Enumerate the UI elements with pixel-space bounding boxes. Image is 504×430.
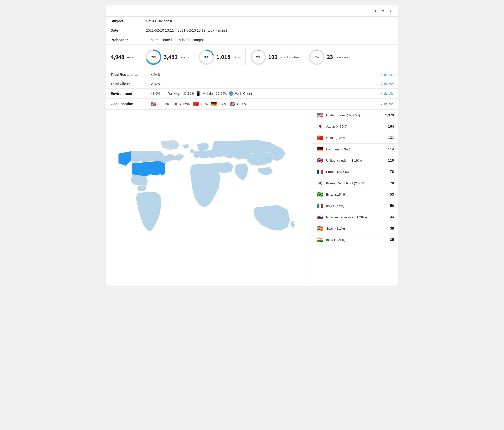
env-item: 43.6%🖥Desktop — [151, 91, 180, 96]
env-pct: 33.86% — [183, 92, 194, 95]
data-row-label: Total Clicks — [111, 82, 151, 86]
geo-flag: 🇮🇹 — [317, 203, 324, 209]
stat-recipients: 4,948rece... — [111, 54, 141, 60]
flag-item: 🇯🇵4.75% — [173, 101, 190, 107]
geo-flag: 🇺🇸 — [317, 112, 324, 118]
data-row-1: Total Clicks2,825∨ details — [106, 79, 398, 89]
details-table: Subject Hot Air Balloons! Date 2021-02-1… — [106, 17, 398, 45]
geo-country: Korea, Republic of (2.03%) — [326, 181, 390, 185]
stat-opens: 69% 3,450opens — [141, 49, 194, 65]
geo-count: 70 — [390, 181, 394, 185]
geo-country: Brazil (1.54%) — [326, 193, 390, 196]
geo-flags: 🇺🇸39.97%🇯🇵4.75%🇨🇳3.8%🇩🇪3.3%🇬🇧3.19% — [151, 101, 246, 107]
chevron-icon: ∨ — [381, 74, 383, 76]
geo-table: 🇺🇸 United States (39.97%) 1,379 🇯🇵 Japan… — [312, 110, 398, 286]
data-row-2: Environment43.6%🖥Desktop33.86%📱Mobile22.… — [106, 89, 398, 99]
stat-bounces: 0% 23bounces — [304, 49, 353, 65]
geo-flag: 🇪🇸 — [317, 225, 324, 231]
env-device-icon: 📱 — [196, 91, 201, 96]
stat-label-recipients: rece... — [127, 55, 136, 59]
donut-unsubscribes: 2% — [250, 49, 266, 65]
geo-table-row: 🇨🇳 China (3.8%) 131 — [312, 132, 398, 144]
geo-country: Spain (1.1%) — [326, 227, 390, 230]
geo-table-row: 🇰🇷 Korea, Republic of (2.03%) 70 — [312, 177, 398, 189]
geo-count: 50 — [390, 204, 394, 208]
detail-label: Subject — [106, 17, 141, 26]
flag-item: 🇬🇧3.19% — [229, 101, 246, 107]
geo-count: 131 — [388, 136, 394, 140]
donut-bounces: 0% — [309, 49, 325, 65]
geo-country: Italy (1.45%) — [326, 204, 390, 208]
flag-item: 🇩🇪3.3% — [211, 101, 226, 107]
geo-country: Japan (4.75%) — [326, 125, 388, 128]
detail-value: Hot Air Balloons! — [141, 17, 398, 26]
geo-flag: 🇬🇧 — [317, 157, 324, 163]
geo-count: 38 — [390, 226, 394, 230]
data-row-3: Geo Location🇺🇸39.97%🇯🇵4.75%🇨🇳3.8%🇩🇪3.3%🇬… — [106, 99, 398, 109]
env-name: Mobile — [202, 92, 213, 96]
geo-count: 164 — [388, 124, 394, 128]
card-header: ▲ ▼ ▲ — [106, 5, 398, 17]
donut-label-opens: 69% — [151, 56, 156, 59]
collapse-up-icon[interactable]: ▲ — [373, 8, 378, 13]
expand-icon[interactable]: ▲ — [388, 8, 393, 13]
stat-number-unsubscribes: 100 — [268, 54, 278, 60]
flag-emoji: 🇬🇧 — [229, 101, 235, 107]
stat-number-recipients: 4,948 — [111, 54, 124, 60]
flag-item: 🇺🇸39.97% — [151, 101, 169, 107]
data-row-value: 43.6%🖥Desktop33.86%📱Mobile22.54%🌐Web Cli… — [151, 91, 381, 96]
geo-count: 35 — [390, 238, 394, 242]
env-pct: 43.6% — [151, 92, 160, 95]
env-item: 33.86%📱Mobile — [183, 91, 213, 96]
details-link[interactable]: ∨ details — [381, 73, 393, 77]
geo-count: 53 — [390, 192, 394, 196]
flag-emoji: 🇯🇵 — [173, 101, 178, 107]
geo-table-row: 🇺🇸 United States (39.97%) 1,379 — [312, 110, 398, 121]
detail-row: Subject Hot Air Balloons! — [106, 17, 398, 26]
geo-flag: 🇯🇵 — [317, 123, 324, 129]
geo-table-row: 🇷🇺 Russian Federation (1.28%) 44 — [312, 211, 398, 223]
stats-row: 4,948rece... 69% 3,450opens 20% 1,01 — [106, 45, 398, 70]
geo-count: 78 — [390, 170, 394, 174]
detail-row: Date 2021-02-10 13:11 – 2021-02-10 13:19… — [106, 26, 398, 35]
geo-flag: 🇫🇷 — [317, 169, 324, 175]
geo-table-row: 🇪🇸 Spain (1.1%) 38 — [312, 223, 398, 234]
data-row-value: 🇺🇸39.97%🇯🇵4.75%🇨🇳3.8%🇩🇪3.3%🇬🇧3.19% — [151, 101, 381, 107]
map-section: 🇺🇸 United States (39.97%) 1,379 🇯🇵 Japan… — [106, 110, 398, 286]
collapse-down-icon[interactable]: ▼ — [380, 8, 386, 13]
details-link[interactable]: ∧ details — [381, 102, 393, 106]
flag-pct: 3.8% — [200, 102, 208, 106]
detail-label: Date — [106, 26, 141, 35]
details-link[interactable]: ∨ details — [381, 92, 393, 95]
data-row-value: 4,948 — [151, 73, 381, 77]
donut-label-unsubscribes: 2% — [256, 56, 260, 59]
donut-opens: 69% — [145, 49, 162, 65]
data-row-value: 2,825 — [151, 82, 381, 86]
header-controls: ▲ ▼ ▲ — [373, 8, 393, 13]
stat-number-clicks: 1,015 — [216, 54, 230, 60]
stat-label-unsubscribes: unsubscribes — [280, 55, 299, 59]
geo-table-row: 🇮🇹 Italy (1.45%) 50 — [312, 200, 398, 211]
flag-emoji: 🇩🇪 — [211, 101, 217, 107]
donut-clicks: 20% — [198, 49, 214, 65]
detail-row: Preheader ... there's some legacy in thi… — [106, 35, 398, 45]
stat-unsubscribes: 2% 100unsubscribes — [246, 49, 304, 65]
donut-label-bounces: 0% — [315, 56, 319, 59]
geo-table-row: 🇩🇪 Germany (3.3%) 114 — [312, 144, 398, 155]
geo-country: France (2.26%) — [326, 170, 390, 174]
data-row-0: Total Recipients4,948∨ details — [106, 70, 398, 79]
flag-pct: 39.97% — [158, 102, 169, 106]
geo-table-row: 🇬🇧 United Kingdom (3.19%) 110 — [312, 155, 398, 166]
geo-table-row: 🇫🇷 France (2.26%) 78 — [312, 166, 398, 177]
stat-number-bounces: 23 — [327, 54, 333, 60]
flag-pct: 3.3% — [218, 102, 226, 106]
detail-value: ... there's some legacy in this campaign… — [141, 35, 398, 45]
geo-flag: 🇮🇳 — [317, 237, 324, 243]
details-card: ▲ ▼ ▲ Subject Hot Air Balloons! Date 202… — [106, 5, 398, 286]
geo-country: United Kingdom (3.19%) — [326, 159, 388, 162]
us-map-region — [132, 161, 165, 177]
details-link[interactable]: ∨ details — [381, 82, 393, 86]
stat-label-bounces: bounces — [335, 55, 348, 59]
geo-flag: 🇰🇷 — [317, 180, 324, 186]
geo-country: Russian Federation (1.28%) — [326, 215, 390, 219]
